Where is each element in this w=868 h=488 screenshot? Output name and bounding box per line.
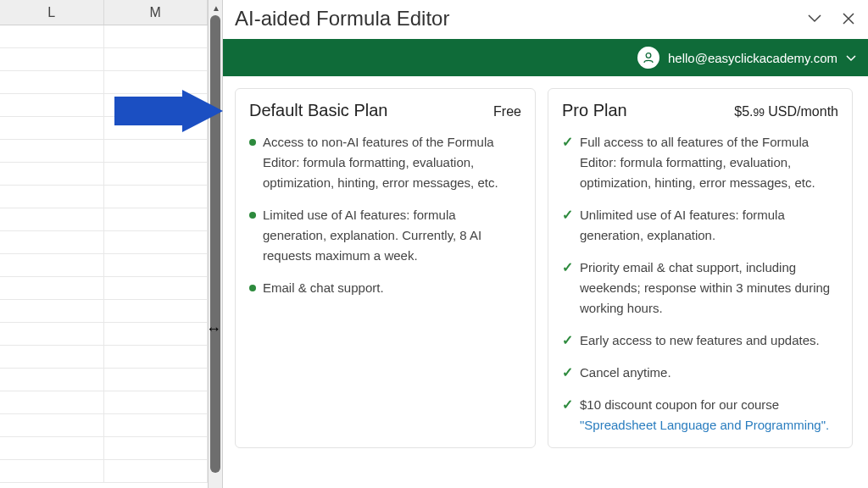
check-icon: ✓ [562,330,573,351]
basic-feature: Limited use of AI features: formula gene… [249,205,521,266]
plan-header: Pro Plan $5.99 USD/month [562,101,838,120]
scroll-up-icon[interactable]: ▲ [209,0,224,15]
basic-plan-price: Free [493,104,521,119]
grid-row[interactable] [0,140,208,163]
scrollbar-thumb[interactable] [210,15,220,473]
grid-row[interactable] [0,437,208,460]
close-button[interactable] [841,11,856,26]
svg-point-1 [646,53,651,58]
grid-row[interactable] [0,346,208,369]
basic-feature: Email & chat support. [249,278,521,298]
pro-feature: ✓ Early access to new features and updat… [562,330,838,351]
svg-marker-0 [114,90,223,132]
pro-plan-price: $5.99 USD/month [734,104,838,119]
grid-row[interactable] [0,48,208,71]
collapse-button[interactable] [807,11,822,26]
pro-feature: ✓ Cancel anytime. [562,363,838,383]
account-bar: hello@easyclickacademy.com [223,39,868,76]
feature-text: Priority email & chat support, including… [580,258,838,319]
grid-row[interactable] [0,369,208,391]
vertical-scrollbar[interactable]: ▲ [208,0,223,488]
grid-row[interactable] [0,460,208,483]
column-headers: L M [0,0,208,25]
basic-feature: Access to non-AI features of the Formula… [249,132,521,193]
course-link[interactable]: "Spreadsheet Language and Programming". [580,418,829,432]
grid-row[interactable] [0,254,208,277]
grid-row[interactable] [0,25,208,48]
grid-row[interactable] [0,300,208,323]
grid-row[interactable] [0,208,208,231]
close-icon [843,13,854,25]
chevron-down-icon [846,55,856,62]
basic-plan-name: Default Basic Plan [249,101,387,120]
bullet-icon [249,212,256,219]
user-email[interactable]: hello@easyclickacademy.com [668,51,837,65]
feature-text: Early access to new features and updates… [580,330,838,351]
resize-horizontal-icon: ↔ [206,320,221,338]
annotation-arrow-icon [114,90,223,132]
spreadsheet-grid: L M [0,0,208,488]
basic-plan-card: Default Basic Plan Free Access to non-AI… [235,88,536,448]
column-header-m[interactable]: M [104,0,209,25]
check-icon: ✓ [562,363,573,383]
pro-feature: ✓ Priority email & chat support, includi… [562,258,838,319]
avatar[interactable] [637,47,659,69]
person-icon [643,52,654,64]
bullet-icon [249,285,256,291]
feature-text: Cancel anytime. [580,363,838,383]
pro-feature: ✓ Unlimited use of AI features: formula … [562,205,838,246]
panel-controls [807,11,856,26]
check-icon: ✓ [562,395,573,435]
account-dropdown[interactable] [846,52,856,64]
grid-row[interactable] [0,186,208,208]
check-icon: ✓ [562,258,573,319]
grid-row[interactable] [0,414,208,437]
grid-row[interactable] [0,323,208,346]
plans-container: Default Basic Plan Free Access to non-AI… [223,76,868,460]
grid-row[interactable] [0,277,208,300]
check-icon: ✓ [562,132,573,193]
pro-plan-card: Pro Plan $5.99 USD/month ✓ Full access t… [548,88,853,448]
feature-text: Limited use of AI features: formula gene… [263,205,521,266]
feature-text: $10 discount coupon for our course "Spre… [580,395,838,435]
pro-feature: ✓ $10 discount coupon for our course "Sp… [562,395,838,435]
panel-header: AI-aided Formula Editor [223,0,868,39]
plan-header: Default Basic Plan Free [249,101,521,120]
grid-row[interactable] [0,231,208,254]
feature-text: Access to non-AI features of the Formula… [263,132,521,193]
column-header-l[interactable]: L [0,0,104,25]
pro-plan-name: Pro Plan [562,101,627,120]
bullet-icon [249,139,256,146]
feature-text: Email & chat support. [263,278,521,298]
pro-feature: ✓ Full access to all features of the For… [562,132,838,193]
grid-row[interactable] [0,163,208,186]
grid-row[interactable] [0,391,208,414]
check-icon: ✓ [562,205,573,246]
panel-title: AI-aided Formula Editor [235,7,449,30]
feature-text: Unlimited use of AI features: formula ge… [580,205,838,246]
chevron-down-icon [808,14,821,23]
formula-editor-panel: AI-aided Formula Editor hello@easyclicka… [223,0,868,488]
feature-text: Full access to all features of the Formu… [580,132,838,193]
